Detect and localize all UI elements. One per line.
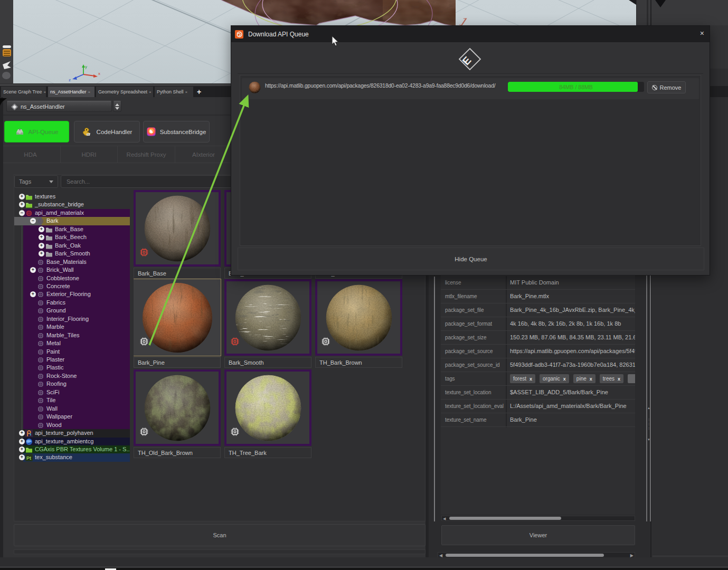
tree-item-wall[interactable]: Wall	[14, 405, 130, 413]
category-tab-hda[interactable]: HDA	[0, 146, 61, 163]
tree-item-fabrics[interactable]: Fabrics	[14, 299, 130, 307]
category-tab-redshift-proxy[interactable]: Redshift Proxy	[118, 146, 175, 163]
tag-remove-icon[interactable]: x	[530, 376, 532, 382]
expand-icon[interactable]: +	[39, 243, 44, 249]
tree-item-cobblestone[interactable]: Cobblestone	[14, 274, 130, 283]
tree-item-cgaxis-pbr-textures-volume-1-s-[interactable]: + CGAxis PBR Textures Volume 1 - S...	[14, 445, 130, 454]
expand-icon[interactable]: +	[19, 194, 25, 200]
expand-icon[interactable]: +	[30, 291, 36, 297]
tree-item-bark-beech[interactable]: + Bark_Beech	[14, 233, 130, 242]
tags-filter-dropdown[interactable]: Tags	[14, 175, 58, 188]
tree-item-api-amd-materialx[interactable]: − api_amd_materialx	[14, 209, 130, 217]
viewer-button[interactable]: Viewer	[441, 525, 635, 545]
texture-thumbnail[interactable]	[134, 369, 221, 446]
hide-queue-button[interactable]: Hide Queue	[238, 248, 704, 270]
texture-thumbnail[interactable]	[224, 369, 311, 446]
tree-item-api-texture-ambientcg[interactable]: + api_texture_ambientcg	[14, 438, 130, 446]
tree-item-brick-wall[interactable]: + Brick_Wall	[14, 266, 130, 274]
tag-chip-forest[interactable]: forestx	[510, 374, 535, 383]
expand-icon[interactable]: +	[19, 202, 25, 207]
tag-remove-icon[interactable]: x	[563, 376, 566, 382]
scan-button[interactable]: Scan	[14, 524, 426, 546]
tree-item-tex-substance[interactable]: + Pt tex_substance	[14, 453, 130, 462]
texture-thumbnail[interactable]	[315, 279, 402, 356]
right-pane-vscrollbar[interactable]: ▲ ⋮ ⋮ ⋮ ▼	[646, 274, 651, 521]
tree-item-ground[interactable]: Ground	[14, 307, 130, 315]
viewport-toolbar-icons[interactable]	[0, 0, 13, 83]
expand-icon[interactable]: +	[19, 439, 25, 444]
new-tab-button[interactable]: +	[195, 87, 204, 97]
scrollbar-thumb[interactable]	[446, 554, 604, 557]
tree-item-marble[interactable]: Marble	[14, 323, 130, 331]
tree-item-api-texture-polyhaven[interactable]: + api_texture_polyhaven	[14, 429, 130, 438]
texture-thumbnail[interactable]	[134, 279, 221, 356]
tab-close-icon[interactable]: ×	[149, 90, 152, 94]
scroll-left-arrow[interactable]: ◀	[443, 517, 446, 520]
collapse-icon[interactable]: −	[19, 210, 25, 216]
pane-tab-python-shell[interactable]: Python Shell×	[155, 87, 193, 97]
texture-card-th-bark-brown[interactable]: TH_Bark_Brown	[315, 279, 402, 368]
dialog-title-bar[interactable]: Download API Queue ×	[231, 26, 710, 42]
tree-item-bark-oak[interactable]: + Bark_Oak	[14, 242, 130, 250]
texture-card-bark-base[interactable]: Bark_Base	[134, 190, 221, 279]
pane-type-selector[interactable]: ns_AssetHandler	[6, 101, 112, 112]
tree-item--substance-bridge[interactable]: + _substance_bridge	[14, 201, 130, 209]
texture-card-bark-smooth[interactable]: Bark_Smooth	[224, 279, 311, 368]
tag-remove-icon[interactable]: x	[618, 376, 620, 382]
tree-item-bark-base[interactable]: + Bark_Base	[14, 225, 130, 234]
tree-item-base-materials[interactable]: Base_Materials	[14, 258, 130, 267]
expand-icon[interactable]: +	[19, 446, 25, 452]
api-queue-button[interactable]: API-Queue	[4, 121, 69, 142]
remove-button[interactable]: Remove	[647, 81, 686, 93]
tree-item-bark[interactable]: − Bark	[14, 217, 130, 225]
tag-chip-trees[interactable]: treesx	[600, 374, 623, 383]
substancebridge-button[interactable]: SubstanceBridge	[143, 121, 210, 142]
tag-chip-organic[interactable]: organicx	[540, 374, 569, 383]
texture-card-th-tree-bark[interactable]: TH_Tree_Bark	[224, 369, 311, 458]
tree-item-rock-stone[interactable]: Rock-Stone	[14, 372, 130, 381]
expand-icon[interactable]: +	[39, 251, 44, 256]
tab-close-icon[interactable]: ×	[185, 90, 188, 94]
tree-item-marble-tiles[interactable]: Marble_Tiles	[14, 331, 130, 340]
tree-item-bark-smooth[interactable]: + Bark_Smooth	[14, 250, 130, 258]
tree-item-plaster[interactable]: Plaster	[14, 356, 130, 364]
category-tab-hdri[interactable]: HDRI	[61, 146, 118, 163]
tree-item-scifi[interactable]: SciFi	[14, 388, 130, 397]
pane-tab-scene-graph-tree[interactable]: Scene Graph Tree×	[1, 87, 46, 97]
expand-icon[interactable]: +	[19, 430, 25, 436]
codehandler-button[interactable]: CodeHandler	[74, 121, 140, 142]
expand-icon[interactable]: +	[30, 267, 36, 273]
close-icon[interactable]: ×	[700, 30, 704, 37]
tree-item-metal[interactable]: Metal	[14, 339, 130, 348]
materialx-chip-icon	[37, 405, 44, 413]
texture-card-th-old-bark-brown[interactable]: TH_Old_Bark_Brown	[134, 369, 221, 458]
texture-thumbnail[interactable]	[134, 190, 221, 267]
tree-item-roofing[interactable]: Roofing	[14, 380, 130, 388]
tag-add-input[interactable]	[628, 374, 635, 383]
tree-item-paint[interactable]: Paint	[14, 348, 130, 356]
pane-tab-geometry-spreadsheet[interactable]: Geometry Spreadsheet×	[96, 87, 153, 97]
tree-item-wood[interactable]: Wood	[14, 421, 130, 430]
tree-item-concrete[interactable]: Concrete	[14, 282, 130, 291]
tree-item-tile[interactable]: Tile	[14, 396, 130, 405]
expand-icon[interactable]: +	[39, 234, 44, 240]
pane-selector-spinner[interactable]	[113, 101, 121, 112]
tab-close-icon[interactable]: ×	[88, 90, 91, 94]
tag-chip-pine[interactable]: pinex	[573, 374, 595, 383]
expand-icon[interactable]: +	[39, 226, 44, 232]
category-tab-aixterior[interactable]: AIxterior	[175, 146, 232, 163]
left-pane-hscrollbar[interactable]	[14, 549, 426, 554]
tree-item-plastic[interactable]: Plastic	[14, 364, 130, 372]
tree-item-textures[interactable]: + textures	[14, 193, 130, 201]
tag-remove-icon[interactable]: x	[590, 376, 592, 382]
texture-card-bark-pine[interactable]: Bark_Pine	[134, 279, 221, 368]
tree-item-exterior-flooring[interactable]: + Exterior_Flooring	[14, 290, 130, 299]
tree-item-interior-flooring[interactable]: Interior_Flooring	[14, 315, 130, 324]
properties-hscrollbar[interactable]: ◀	[441, 516, 635, 521]
scrollbar-thumb[interactable]	[449, 517, 561, 520]
pane-corner-handle[interactable]	[0, 98, 7, 106]
tab-close-icon[interactable]: ×	[44, 90, 46, 94]
tree-item-wallpaper[interactable]: Wallpaper	[14, 413, 130, 421]
texture-thumbnail[interactable]	[224, 279, 311, 356]
pane-tab-ns-assethandler[interactable]: ns_AssetHandler×	[48, 87, 94, 97]
